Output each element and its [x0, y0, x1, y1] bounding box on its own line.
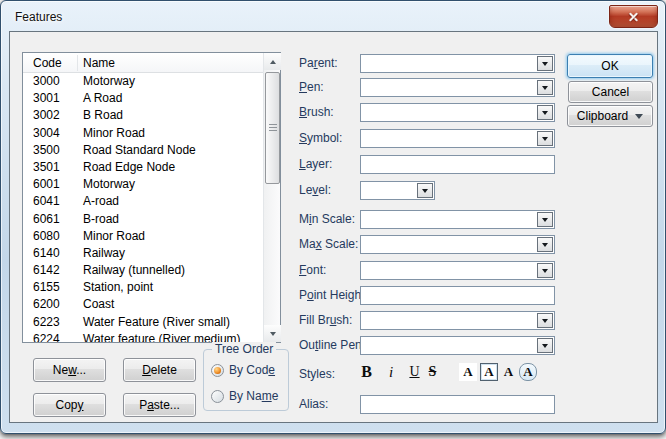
row-code: 6155 [23, 279, 78, 296]
row-name: Motorway [78, 176, 135, 193]
window-title: Features [15, 10, 62, 24]
list-row[interactable]: 3004Minor Road [23, 125, 263, 142]
text-effect-plain-button[interactable]: A [501, 363, 516, 381]
list-row[interactable]: 3001A Road [23, 90, 263, 107]
radio-by-name-label: By Name [229, 389, 278, 403]
symbol-combobox[interactable] [360, 129, 555, 148]
row-name: Minor Road [78, 228, 145, 245]
bold-style-button[interactable]: B [360, 363, 373, 381]
layer-input[interactable] [360, 155, 555, 174]
list-row[interactable]: 6061B-road [23, 211, 263, 228]
pen-label: Pen: [299, 80, 324, 94]
alias-input[interactable] [360, 395, 555, 414]
row-code: 6061 [23, 211, 78, 228]
tree-order-label: Tree Order [212, 342, 276, 356]
delete-button[interactable]: Delete [123, 358, 196, 382]
level-dropdown-button[interactable] [417, 183, 433, 198]
level-combobox[interactable] [360, 181, 435, 200]
fill-brush-combobox[interactable] [360, 311, 555, 330]
underline-style-button[interactable]: U [409, 364, 420, 380]
scrollbar-thumb[interactable] [265, 72, 280, 184]
radio-selected-icon[interactable] [211, 364, 224, 377]
brush-dropdown-button[interactable] [537, 105, 553, 120]
fill-brush-dropdown-button[interactable] [537, 313, 553, 328]
radio-by-name[interactable]: By Name [211, 389, 278, 403]
parent-label: Parent: [299, 56, 338, 70]
list-row[interactable]: 6041A-road [23, 193, 263, 210]
list-row[interactable]: 6155Station, point [23, 279, 263, 296]
symbol-label: Symbol: [299, 131, 342, 145]
pen-dropdown-button[interactable] [537, 80, 553, 95]
italic-style-button[interactable]: i [388, 364, 394, 381]
parent-dropdown-button[interactable] [537, 56, 553, 71]
list-row[interactable]: 6140Railway [23, 245, 263, 262]
font-label: Font: [299, 263, 326, 277]
clipboard-button[interactable]: Clipboard [567, 105, 653, 127]
brush-combobox[interactable] [360, 103, 555, 122]
column-header-name[interactable]: Name [78, 55, 263, 71]
scrollbar-down-button[interactable] [264, 325, 281, 342]
cancel-button[interactable]: Cancel [568, 81, 653, 103]
row-code: 6080 [23, 228, 78, 245]
dialog-client-area: Code Name 3000Motorway3001A Road3002B Ro… [9, 31, 658, 423]
copy-button[interactable]: Copy [33, 393, 106, 417]
close-icon [628, 12, 639, 22]
dropdown-arrow-icon [542, 243, 548, 250]
min-scale-dropdown-button[interactable] [537, 212, 553, 227]
dropdown-arrow-icon [542, 319, 548, 326]
dropdown-arrow-icon [542, 218, 548, 225]
row-code: 6142 [23, 262, 78, 279]
row-name: Railway [78, 245, 125, 262]
row-name: B-road [78, 211, 119, 228]
font-combobox[interactable] [360, 261, 555, 280]
text-effect-boxed-button[interactable]: A [480, 363, 498, 381]
point-height-label: Point Height: [299, 288, 368, 302]
list-row[interactable]: 6224Water feature (River medium) [23, 331, 263, 342]
list-row[interactable]: 6200Coast [23, 296, 263, 313]
list-row[interactable]: 6001Motorway [23, 176, 263, 193]
min-scale-label: Min Scale: [299, 212, 355, 226]
vertical-scrollbar[interactable] [263, 53, 280, 342]
max-scale-combobox[interactable] [360, 235, 555, 254]
font-dropdown-button[interactable] [537, 263, 553, 278]
list-row[interactable]: 6223Water Feature (River small) [23, 314, 263, 331]
tree-order-group: Tree Order By Code By Name [203, 349, 289, 411]
close-button[interactable] [609, 5, 658, 28]
list-row[interactable]: 3500Road Standard Node [23, 142, 263, 159]
dropdown-arrow-icon [542, 62, 548, 69]
radio-unselected-icon[interactable] [211, 390, 224, 403]
ok-button[interactable]: OK [567, 54, 653, 78]
max-scale-dropdown-button[interactable] [537, 237, 553, 252]
text-effect-solid-button[interactable]: A [459, 363, 477, 381]
row-code: 6140 [23, 245, 78, 262]
scrollbar-up-button[interactable] [264, 53, 281, 70]
column-header-code[interactable]: Code [23, 55, 78, 71]
outline-pen-combobox[interactable] [360, 336, 555, 355]
row-code: 3501 [23, 159, 78, 176]
dropdown-arrow-icon [635, 114, 643, 123]
min-scale-combobox[interactable] [360, 210, 555, 229]
list-row[interactable]: 3002B Road [23, 107, 263, 124]
radio-by-code[interactable]: By Code [211, 363, 275, 377]
row-name: B Road [78, 107, 123, 124]
features-dialog-window: Features Code Name 3000Motorway3001A Roa… [0, 0, 666, 434]
parent-combobox[interactable] [360, 54, 555, 73]
dropdown-arrow-icon [542, 86, 548, 93]
level-label: Level: [299, 183, 331, 197]
list-row[interactable]: 3000Motorway [23, 73, 263, 90]
list-header: Code Name [23, 53, 263, 73]
symbol-dropdown-button[interactable] [537, 131, 553, 146]
list-row[interactable]: 6080Minor Road [23, 228, 263, 245]
row-name: Railway (tunnelled) [78, 262, 185, 279]
row-code: 6224 [23, 331, 78, 342]
list-row[interactable]: 3501Road Edge Node [23, 159, 263, 176]
outline-pen-dropdown-button[interactable] [537, 338, 553, 353]
pen-combobox[interactable] [360, 78, 555, 97]
text-effect-rounded-button[interactable]: A [519, 363, 537, 381]
point-height-input[interactable] [360, 286, 555, 305]
row-name: Road Edge Node [78, 159, 175, 176]
paste-button[interactable]: Paste... [123, 393, 196, 417]
new-button[interactable]: New... [33, 358, 106, 382]
list-row[interactable]: 6142Railway (tunnelled) [23, 262, 263, 279]
strikethrough-style-button[interactable]: S [427, 364, 438, 380]
